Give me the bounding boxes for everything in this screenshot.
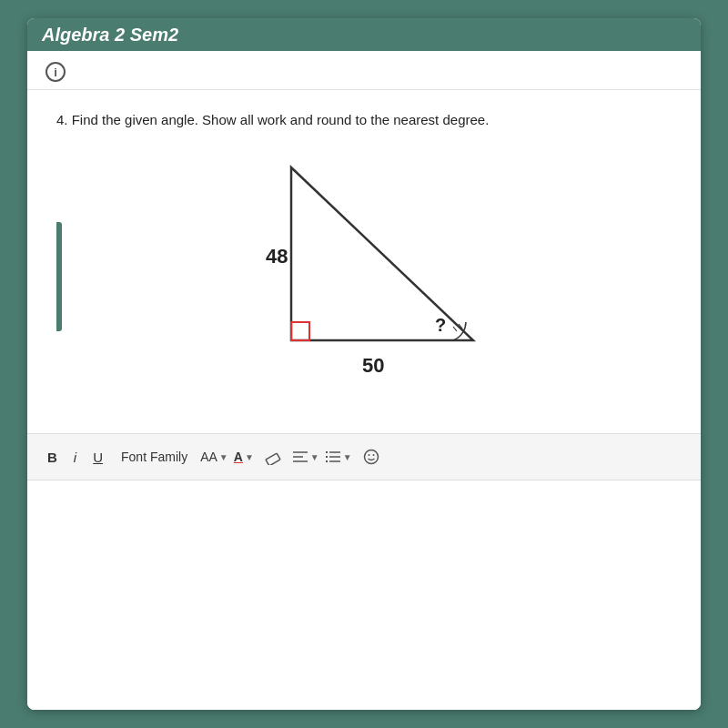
svg-point-19 (372, 454, 374, 456)
svg-rect-14 (326, 451, 328, 453)
top-bar: Algebra 2 Sem2 (27, 18, 701, 51)
info-icon: i (46, 62, 66, 82)
font-size-dropdown[interactable]: AA ▼ (200, 450, 228, 464)
align-icon (292, 450, 308, 464)
question-area: 4. Find the given angle. Show all work a… (27, 90, 701, 433)
content-area: i 4. Find the given angle. Show all work… (27, 51, 701, 710)
question-text: 4. Find the given angle. Show all work a… (56, 112, 672, 127)
answer-area[interactable] (27, 480, 701, 710)
triangle-diagram: 48 50 ? (218, 149, 510, 404)
info-row: i (27, 51, 701, 90)
font-color-dropdown[interactable]: A ▼ (234, 450, 254, 464)
eraser-button[interactable] (259, 445, 287, 469)
svg-point-17 (364, 450, 378, 464)
font-size-arrow: ▼ (219, 452, 228, 462)
svg-point-18 (368, 454, 369, 456)
svg-rect-1 (291, 322, 309, 340)
svg-text:?: ? (435, 315, 446, 335)
triangle-container: 48 50 ? (56, 149, 672, 404)
list-arrow: ▼ (343, 452, 352, 462)
svg-rect-15 (326, 456, 328, 458)
font-family-button[interactable]: Font Family (114, 446, 195, 468)
font-color-arrow: ▼ (245, 452, 254, 462)
svg-rect-7 (266, 453, 280, 465)
emoji-button[interactable] (358, 445, 385, 469)
toolbar: B i U Font Family AA ▼ A ▼ (27, 433, 701, 480)
list-icon (325, 450, 341, 464)
bold-button[interactable]: B (42, 446, 63, 469)
svg-text:48: 48 (266, 245, 288, 268)
list-dropdown[interactable]: ▼ (325, 450, 352, 464)
emoji-icon (363, 449, 379, 465)
svg-rect-16 (326, 460, 328, 462)
eraser-icon (265, 449, 281, 465)
svg-line-4 (453, 327, 457, 331)
page-title: Algebra 2 Sem2 (42, 25, 178, 46)
underline-button[interactable]: U (87, 446, 108, 469)
italic-button[interactable]: i (68, 446, 82, 469)
svg-text:50: 50 (362, 354, 384, 377)
main-container: Algebra 2 Sem2 i 4. Find the given angle… (27, 18, 701, 710)
align-arrow: ▼ (310, 452, 319, 462)
align-dropdown[interactable]: ▼ (292, 450, 319, 464)
left-accent (56, 222, 62, 331)
